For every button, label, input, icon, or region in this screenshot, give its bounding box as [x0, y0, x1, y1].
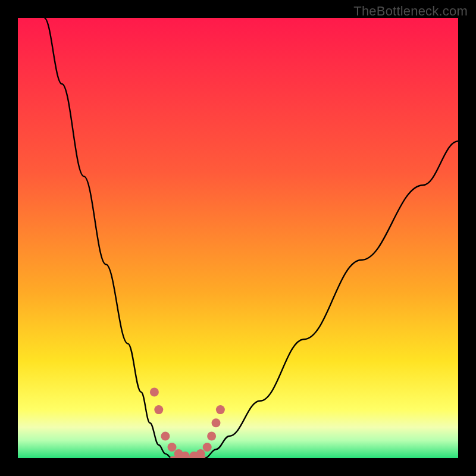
highlight-dot — [161, 432, 170, 441]
bottleneck-curve — [18, 18, 458, 458]
highlight-dot — [154, 405, 163, 414]
highlight-dot — [212, 418, 221, 427]
curve-path — [44, 18, 458, 458]
highlight-dot — [216, 405, 225, 414]
curve-right-branch — [205, 141, 459, 458]
watermark-text: TheBottleneck.com — [353, 4, 468, 19]
highlight-dot — [196, 449, 205, 458]
highlight-dot — [168, 443, 177, 452]
highlight-dot — [150, 388, 159, 397]
chart-frame: TheBottleneck.com — [0, 0, 476, 476]
plot-area — [18, 18, 458, 458]
highlight-dot — [207, 432, 216, 441]
highlight-dot — [203, 443, 212, 452]
